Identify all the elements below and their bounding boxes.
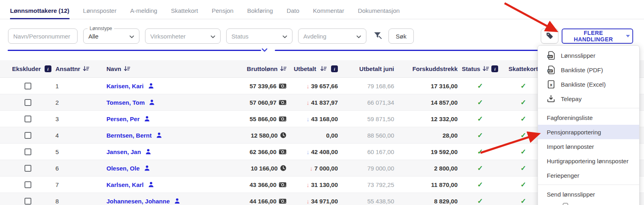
col-navn[interactable]: Navn — [100, 60, 219, 77]
row-checkbox[interactable] — [25, 165, 31, 172]
row-checkbox[interactable] — [25, 83, 31, 89]
menu-item-bankliste-excel[interactable]: x Bankliste (Excel) — [538, 77, 639, 91]
tab-bokforing[interactable]: Bokføring — [247, 7, 273, 19]
sort-icon[interactable] — [320, 66, 327, 72]
utbetalt-value: 0,00 — [326, 132, 338, 139]
trend-down-icon: ↓ — [310, 165, 313, 172]
cash-icon — [279, 182, 286, 187]
cash-icon — [279, 116, 286, 122]
chevron-down-icon — [129, 33, 134, 40]
menu-item-fagforeningsliste[interactable]: Fagforeningsliste — [538, 110, 639, 125]
skattekort-ok-icon: ✓ — [520, 148, 526, 156]
menu-item-lonnsslipper[interactable]: PDF Lønnsslipper — [538, 48, 639, 63]
col-utbetalt[interactable]: Utbetalt i — [287, 60, 339, 77]
employee-name-link[interactable]: Karisen, Kari — [106, 83, 144, 89]
tab-lonnsmottakere[interactable]: Lønnsmottakere (12) — [10, 7, 70, 19]
employee-name-link[interactable]: Jansen, Jan — [106, 148, 141, 155]
trend-down-icon: ↓ — [307, 181, 310, 188]
row-checkbox[interactable] — [25, 181, 31, 188]
menu-item-hurtigrapportering[interactable]: Hurtigrapportering lønnsposter — [538, 154, 639, 168]
flere-handlinger-button[interactable]: FLERE HANDLINGER — [562, 28, 633, 44]
person-icon[interactable] — [149, 99, 155, 106]
person-icon[interactable] — [148, 83, 154, 89]
status-cell: ✓ — [460, 111, 500, 127]
menu-item-label: Hurtigrapportering lønnsposter — [547, 158, 628, 164]
status-ok-icon: ✓ — [477, 181, 483, 189]
ansattnr-cell: 8 — [50, 193, 100, 205]
col-utbetalt-juni: Utbetalt juni — [339, 60, 396, 77]
tab-a-melding[interactable]: A-melding — [130, 7, 157, 19]
skattekort-ok-icon: ✓ — [520, 164, 526, 173]
menu-item-feriepenger[interactable]: Feriepenger — [538, 168, 639, 183]
filter-toolbar: Lønnstype Alle Virksomheter Status Avdel… — [8, 28, 414, 44]
search-input[interactable] — [8, 28, 78, 44]
tag-button[interactable] — [541, 28, 558, 44]
lonnstype-label: Lønnstype — [88, 26, 114, 31]
info-icon[interactable]: i — [491, 65, 498, 72]
virksomheter-select[interactable]: Virksomheter — [145, 28, 221, 44]
avdeling-select[interactable]: Avdeling — [298, 28, 366, 44]
sort-icon[interactable] — [83, 66, 89, 72]
tab-dokumentasjon[interactable]: Dokumentasjon — [358, 7, 400, 19]
person-icon[interactable] — [144, 165, 150, 171]
status-ok-icon: ✓ — [477, 148, 483, 156]
search-button[interactable]: Søk — [388, 28, 414, 44]
sort-icon[interactable] — [482, 66, 489, 72]
tab-pensjon[interactable]: Pensjon — [212, 7, 233, 19]
status-cell: ✓ — [460, 193, 500, 205]
tab-lonnsposter[interactable]: Lønnsposter — [83, 7, 117, 19]
col-status[interactable]: Status i — [460, 60, 500, 77]
col-ekskluder[interactable]: Ekskluder i — [0, 60, 50, 77]
tab-dato[interactable]: Dato — [286, 7, 299, 19]
menu-item-label: Lønnsslipper — [561, 52, 595, 59]
menu-item-import-lonnposter[interactable]: Import lønnposter — [538, 139, 639, 154]
forskuddstrekk-cell: 11 870,00 — [396, 177, 460, 193]
person-icon[interactable] — [145, 148, 151, 155]
col-ansattnr[interactable]: Ansattnr — [50, 60, 100, 77]
employee-name-link[interactable]: Karlsen, Karl — [106, 181, 144, 188]
status-select[interactable]: Status — [226, 28, 292, 44]
cash-icon — [279, 83, 286, 89]
menu-item-bankliste-pdf[interactable]: PDF Bankliste (PDF) — [538, 63, 639, 77]
pdf-icon: PDF — [547, 51, 556, 60]
bruttolonn-value: 12 580,00 — [251, 132, 278, 139]
row-checkbox[interactable] — [25, 198, 31, 205]
clear-filter-button[interactable] — [372, 30, 384, 42]
tab-kommentar[interactable]: Kommentar — [313, 7, 344, 19]
employee-name-link[interactable]: Persen, Per — [106, 116, 140, 122]
col-bruttolonn[interactable]: Bruttolønn — [219, 60, 287, 77]
employee-name-link[interactable]: Olesen, Ole — [106, 165, 140, 172]
menu-item-send-lonnsslipper[interactable]: Send lønnsslipper — [538, 187, 639, 201]
collapse-filters-chevron-icon[interactable] — [262, 48, 268, 52]
employee-name-link[interactable]: Berntsen, Bernt — [106, 132, 152, 139]
ansattnr-cell: 3 — [50, 111, 100, 127]
menu-item-label: Send lønnsslipper — [547, 191, 595, 198]
menu-item-telepay[interactable]: Telepay — [538, 91, 639, 106]
employee-name-link[interactable]: Johannesen, Johanne — [106, 198, 170, 205]
person-icon[interactable] — [156, 132, 162, 138]
navn-cell: Jansen, Jan — [100, 144, 219, 160]
lonnstype-select[interactable]: Lønnstype Alle — [83, 28, 139, 44]
col-label: Ekskluder — [12, 65, 41, 72]
navn-cell: Persen, Per — [100, 111, 219, 127]
row-checkbox[interactable] — [25, 148, 31, 155]
person-icon[interactable] — [144, 116, 150, 122]
sort-icon[interactable] — [124, 66, 130, 72]
person-icon[interactable] — [148, 181, 154, 188]
bruttolonn-value: 57 060,97 — [249, 99, 276, 106]
row-checkbox[interactable] — [25, 132, 31, 139]
menu-item-pensjonrapportering[interactable]: Pensjonrapportering — [538, 125, 639, 139]
row-checkbox[interactable] — [25, 116, 31, 122]
info-icon[interactable]: i — [331, 65, 338, 72]
col-label: Utbetalt juni — [359, 65, 394, 72]
pdf-icon: PDF — [547, 65, 556, 75]
utbetalt-cell: ↓ 0,00 — [287, 127, 339, 143]
person-icon[interactable] — [174, 198, 180, 204]
tab-skattekort[interactable]: Skattekort — [171, 7, 198, 19]
cash-icon — [279, 199, 286, 204]
sort-icon[interactable] — [280, 66, 286, 72]
employee-name-link[interactable]: Tomsen, Tom — [106, 99, 145, 106]
trend-down-icon: ↓ — [307, 148, 310, 155]
row-checkbox[interactable] — [25, 99, 31, 106]
status-ok-icon: ✓ — [477, 197, 483, 205]
